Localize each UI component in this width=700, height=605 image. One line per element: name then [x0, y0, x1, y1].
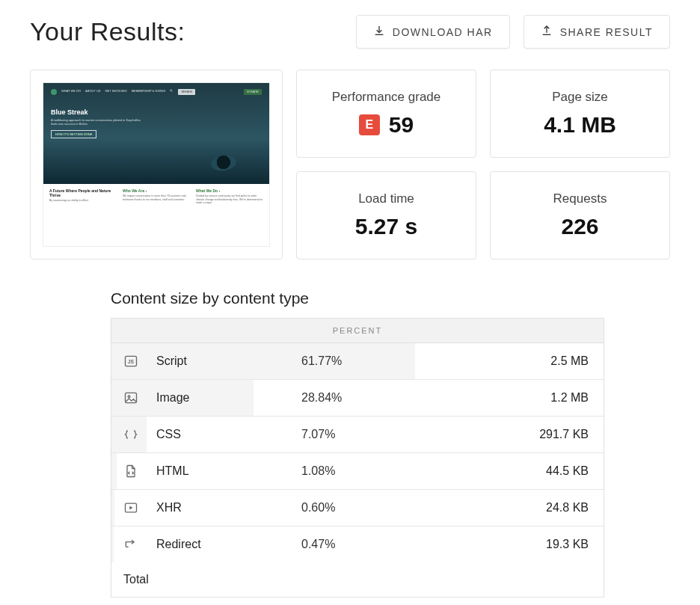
- load-time-value: 5.27 s: [355, 214, 417, 239]
- screenshot-hero-sub: A trailblazing approach to marine conser…: [51, 118, 141, 126]
- metric-requests: Requests 226: [490, 171, 670, 259]
- table-row[interactable]: Script61.77%2.5 MB: [111, 343, 604, 380]
- header-actions: DOWNLOAD HAR SHARE RESULT: [356, 15, 670, 49]
- content-table-header: PERCENT: [111, 319, 604, 343]
- metric-label: Load time: [358, 191, 414, 206]
- content-table-total: Total: [111, 562, 604, 597]
- row-name: Script: [156, 354, 301, 368]
- table-row[interactable]: Image28.84%1.2 MB: [111, 380, 604, 417]
- content-table-section: Content size by content type PERCENT Scr…: [111, 289, 604, 598]
- share-result-label: SHARE RESULT: [560, 26, 653, 38]
- html-icon: [123, 464, 138, 479]
- image-icon: [123, 390, 138, 405]
- table-row[interactable]: CSS7.07%291.7 KB: [111, 417, 604, 453]
- site-screenshot: WHAT WE DOABOUT USGET INVOLVEDMEMBERSHIP…: [43, 82, 270, 247]
- row-percent: 0.60%: [301, 501, 446, 515]
- header: Your Results: DOWNLOAD HAR SHARE RESULT: [30, 15, 670, 49]
- row-name: Image: [156, 391, 301, 405]
- row-size: 1.2 MB: [446, 391, 592, 405]
- row-name: Redirect: [156, 538, 301, 551]
- row-name: HTML: [156, 464, 301, 478]
- row-size: 291.7 KB: [446, 428, 592, 441]
- row-size: 24.8 KB: [446, 501, 592, 515]
- row-size: 19.3 KB: [446, 538, 592, 551]
- download-har-button[interactable]: DOWNLOAD HAR: [356, 15, 510, 49]
- download-har-label: DOWNLOAD HAR: [393, 26, 493, 38]
- xhr-icon: [123, 500, 138, 515]
- requests-value: 226: [561, 214, 598, 239]
- row-percent: 1.08%: [301, 464, 446, 478]
- metric-label: Page size: [552, 90, 608, 105]
- content-table-title: Content size by content type: [111, 289, 604, 307]
- grade-value: 59: [389, 112, 414, 138]
- redirect-icon: [123, 537, 138, 552]
- table-row[interactable]: XHR0.60%24.8 KB: [111, 490, 604, 526]
- metric-load-time: Load time 5.27 s: [296, 171, 476, 259]
- screenshot-card: WHAT WE DOABOUT USGET INVOLVEDMEMBERSHIP…: [30, 70, 283, 259]
- metrics-grid: Performance grade E 59 Page size 4.1 MB …: [296, 70, 670, 259]
- screenshot-hero-title: Blue Streak: [51, 108, 262, 116]
- row-percent: 61.77%: [301, 354, 446, 368]
- summary-grid: WHAT WE DOABOUT USGET INVOLVEDMEMBERSHIP…: [30, 70, 670, 259]
- page-size-value: 4.1 MB: [544, 112, 616, 138]
- metric-performance-grade: Performance grade E 59: [296, 70, 476, 158]
- grade-badge: E: [359, 114, 380, 135]
- row-size: 2.5 MB: [446, 354, 592, 368]
- table-row[interactable]: Redirect0.47%19.3 KB: [111, 526, 604, 562]
- share-result-button[interactable]: SHARE RESULT: [524, 15, 670, 49]
- row-name: XHR: [156, 501, 301, 515]
- content-table: PERCENT Script61.77%2.5 MBImage28.84%1.2…: [111, 318, 604, 598]
- metric-label: Requests: [553, 191, 607, 206]
- row-size: 44.5 KB: [446, 464, 592, 478]
- download-icon: [373, 25, 385, 39]
- css-icon: [123, 427, 138, 442]
- metric-label: Performance grade: [332, 90, 441, 105]
- row-percent: 7.07%: [301, 428, 446, 441]
- row-name: CSS: [156, 428, 301, 441]
- screenshot-hero-btn: HOW IT'S GETTING DONE: [51, 130, 96, 138]
- page-title: Your Results:: [30, 17, 185, 46]
- js-icon: [123, 354, 138, 369]
- row-percent: 28.84%: [301, 391, 446, 405]
- table-row[interactable]: HTML1.08%44.5 KB: [111, 453, 604, 490]
- share-icon: [541, 25, 553, 39]
- row-percent: 0.47%: [301, 538, 446, 551]
- metric-page-size: Page size 4.1 MB: [490, 70, 670, 158]
